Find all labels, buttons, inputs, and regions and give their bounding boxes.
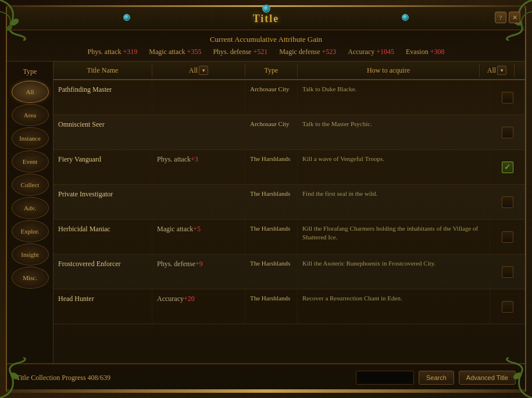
sidebar: Type All Area Instance Event Collect Adv…: [7, 62, 53, 363]
sidebar-item-misc[interactable]: Misc.: [12, 267, 49, 289]
stats-row: Phys. attack +319 Magic attack +355 Phys…: [19, 48, 513, 56]
td-bonus-7-value: +20: [184, 294, 195, 304]
th-type-select[interactable]: All ▼: [157, 66, 240, 75]
checkmark-3: ✓: [504, 162, 511, 173]
td-name-2: Omniscient Seer: [53, 115, 152, 149]
search-input[interactable]: [356, 371, 414, 385]
sidebar-item-instance[interactable]: Instance: [12, 127, 49, 149]
td-check-1: [490, 80, 525, 114]
sidebar-item-all[interactable]: All: [12, 81, 49, 103]
td-bonus-5-value: +5: [193, 224, 201, 234]
td-check-7: [490, 289, 525, 324]
table-header: Title Name All ▼ Type How to acquire All…: [53, 62, 525, 80]
td-how-4: Find the first seal in the wild.: [298, 185, 490, 219]
td-bonus-7: Accuracy +20: [152, 289, 245, 324]
td-how-5: Kill the Florafang Charmers holding the …: [298, 220, 490, 254]
table-row: Herbicidal Maniac Magic attack +5 The Ha…: [53, 220, 525, 254]
sidebar-item-insight[interactable]: Insight: [12, 243, 49, 266]
td-bonus-2: [152, 115, 245, 149]
progress-text: Title Collection Progress 408/639: [16, 374, 110, 382]
checkbox-1[interactable]: [502, 92, 513, 103]
td-check-5: [490, 220, 525, 254]
td-bonus-5-label: Magic attack: [157, 224, 193, 234]
td-type-7: The Harshlands: [245, 289, 298, 324]
stat-phys-attack-label: Phys. attack: [88, 48, 123, 56]
footer: Title Collection Progress 408/639 Search…: [7, 363, 525, 391]
checkbox-6[interactable]: [502, 266, 513, 278]
sidebar-type-label: Type: [7, 64, 53, 80]
table-row: Frostcovered Enforcer Phys. defense +9 T…: [53, 254, 525, 289]
table-area: Title Name All ▼ Type How to acquire All…: [53, 62, 525, 363]
window-controls: ? ✕: [495, 12, 520, 23]
gem-right-icon: [402, 14, 409, 21]
stat-phys-defense: Phys. defense +521: [213, 48, 267, 56]
stat-evasion: Evasion +308: [406, 48, 444, 56]
td-bonus-1: [152, 80, 245, 114]
help-button[interactable]: ?: [495, 12, 506, 23]
table-row: Pathfinding Master Archosaur City Talk t…: [53, 80, 525, 115]
table-row: Head Hunter Accuracy +20 The Harshlands …: [53, 289, 525, 324]
stat-phys-defense-label: Phys. defense: [213, 48, 253, 56]
advanced-title-button[interactable]: Advanced Title: [459, 371, 516, 385]
sidebar-item-collect[interactable]: Collect: [12, 174, 49, 196]
td-check-6: [490, 254, 525, 289]
td-how-6: Kill the Asoteric Runephoenix in Frostco…: [298, 254, 490, 289]
main-content: Type All Area Instance Event Collect Adv…: [7, 62, 525, 363]
td-type-3: The Harshlands: [245, 150, 298, 184]
td-name-6: Frostcovered Enforcer: [53, 254, 152, 289]
td-bonus-3-value: +3: [191, 155, 198, 164]
checkbox-7[interactable]: [502, 301, 513, 313]
td-bonus-6-value: +9: [195, 259, 203, 269]
stat-accuracy: Accuracy +1045: [348, 48, 394, 56]
stat-phys-attack: Phys. attack +319: [88, 48, 138, 56]
close-button[interactable]: ✕: [509, 12, 520, 23]
sidebar-item-area[interactable]: Area: [12, 104, 49, 126]
th-filter2[interactable]: All ▼: [480, 63, 515, 77]
td-name-3: Fiery Vanguard: [53, 150, 152, 184]
td-type-2: Archosaur City: [245, 115, 298, 149]
td-type-1: Archosaur City: [245, 80, 298, 114]
table-body[interactable]: Pathfinding Master Archosaur City Talk t…: [53, 80, 525, 363]
table-row: Omniscient Seer Archosaur City Talk to t…: [53, 115, 525, 150]
stat-phys-defense-value: +521: [253, 48, 267, 56]
search-button[interactable]: Search: [419, 371, 454, 385]
td-bonus-3-label: Phys. attack: [157, 155, 191, 164]
checkbox-5[interactable]: [502, 231, 513, 243]
sidebar-item-event[interactable]: Event: [12, 150, 49, 173]
th-filter2-select-label: All: [487, 66, 496, 75]
td-name-7: Head Hunter: [53, 289, 152, 324]
td-how-1: Talk to Duke Blacke.: [298, 80, 490, 114]
stat-phys-attack-value: +319: [123, 48, 138, 56]
window-title: Title: [253, 13, 280, 25]
td-name-5: Herbicidal Maniac: [53, 220, 152, 254]
th-type-dropdown-icon[interactable]: ▼: [199, 66, 208, 75]
td-bonus-5: Magic attack +5: [152, 220, 245, 254]
sidebar-item-adv[interactable]: Adv.: [12, 197, 49, 219]
th-filter2-select[interactable]: All ▼: [484, 66, 509, 75]
td-bonus-4: [152, 185, 245, 219]
td-how-3: Kill a wave of Vengeful Troops.: [298, 150, 490, 184]
stats-bar: Current Accumulative Attribute Gain Phys…: [7, 30, 525, 62]
td-type-5: The Harshlands: [245, 220, 298, 254]
td-check-4: [490, 185, 525, 219]
th-type: Type: [245, 64, 298, 77]
footer-right: Search Advanced Title: [356, 371, 516, 385]
th-type-filter[interactable]: All ▼: [152, 63, 245, 77]
stats-section-title: Current Accumulative Attribute Gain: [19, 35, 513, 44]
sidebar-item-explor[interactable]: Explor.: [12, 220, 49, 242]
td-bonus-7-label: Accuracy: [157, 294, 184, 304]
td-check-3: ✓: [490, 150, 525, 184]
stat-magic-attack-value: +355: [187, 48, 202, 56]
td-bonus-6-label: Phys. defense: [157, 259, 195, 269]
checkbox-4[interactable]: [502, 196, 513, 208]
checkbox-3[interactable]: ✓: [502, 162, 513, 173]
bottom-border-decoration: [7, 389, 525, 393]
td-type-6: The Harshlands: [245, 254, 298, 289]
td-how-2: Talk to the Master Psychic.: [298, 115, 490, 149]
stat-accuracy-label: Accuracy: [348, 48, 376, 56]
th-filter2-dropdown-icon[interactable]: ▼: [497, 66, 506, 75]
gem-left-icon: [123, 14, 130, 21]
stat-evasion-value: +308: [430, 48, 445, 56]
th-type-select-label: All: [189, 66, 198, 75]
checkbox-2[interactable]: [502, 127, 513, 138]
